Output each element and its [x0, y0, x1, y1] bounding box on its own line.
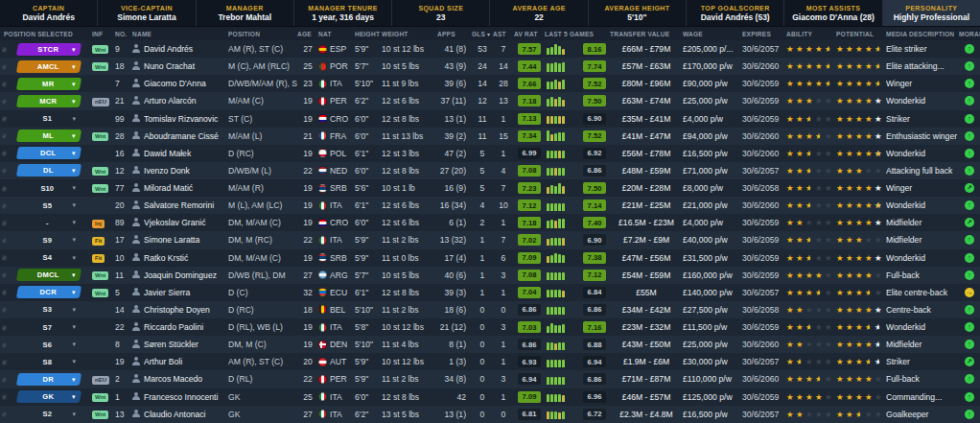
column-header-age[interactable]: AGE	[297, 31, 318, 37]
table-row[interactable]: ✓ S5▾ 20 Salvatore Remorini M (L), AM (L…	[0, 197, 980, 214]
player-name[interactable]: Aboudramane Cissé	[144, 131, 228, 141]
stat-value[interactable]: David Andrés	[22, 12, 74, 22]
player-name[interactable]: Giacomo D'Anna	[144, 79, 228, 88]
row-check-icon[interactable]: ✓	[2, 360, 7, 365]
table-row[interactable]: ✓ ML▾ Wnt 28 Aboudramane Cissé M/AM (L) …	[0, 128, 980, 145]
row-check-icon[interactable]: ✓	[2, 64, 7, 70]
column-header-potential[interactable]: POTENTIAL	[836, 31, 886, 37]
column-header-ability[interactable]: ABILITY	[786, 31, 836, 37]
player-name[interactable]: Marcos Macedo	[144, 374, 228, 384]
column-header-morale[interactable]: MORALE	[959, 31, 980, 37]
row-check-icon[interactable]: ✓	[2, 203, 7, 209]
position-selector[interactable]: S9▾	[17, 236, 81, 245]
player-name[interactable]: Arthur Boli	[144, 357, 228, 366]
column-header-media-description[interactable]: MEDIA DESCRIPTION	[886, 31, 959, 37]
position-selector[interactable]: S2▾	[17, 410, 81, 418]
stat-value[interactable]: Giacomo D'Anna (28)	[792, 12, 875, 22]
position-selector[interactable]: S1▾	[17, 114, 81, 123]
stat-value[interactable]: Simone Laratta	[117, 12, 175, 22]
column-header-wage[interactable]: WAGE	[683, 31, 742, 37]
row-check-icon[interactable]: ✓	[2, 186, 7, 192]
table-row[interactable]: ✓ S6▾ 8 Søren Stückler DM, M (C) 19 DEN …	[0, 336, 980, 353]
column-header-position[interactable]: POSITION	[228, 31, 297, 37]
table-row[interactable]: ✓ DL▾ Wnt 12 Ivenzo Donk D/WB/M (L) 22 N…	[0, 162, 980, 179]
position-selector[interactable]: AMCL▾	[16, 60, 82, 73]
column-header-weight[interactable]: WEIGHT	[382, 31, 437, 37]
column-header-name[interactable]: NAME	[132, 31, 228, 37]
row-check-icon[interactable]: ✓	[2, 168, 7, 174]
player-name[interactable]: Claudio Antonaci	[144, 410, 228, 419]
player-name[interactable]: Milorad Matić	[144, 183, 228, 193]
table-row[interactable]: ✓ DCR▾ Wnt 5 Javier Sierra D (C) 32 ECU …	[0, 284, 980, 301]
table-row[interactable]: ✓ S7▾ 22 Riccardo Paolini D (RL), WB (L)…	[0, 318, 980, 336]
position-selector[interactable]: MR▾	[16, 78, 82, 90]
row-check-icon[interactable]: ✓	[2, 307, 7, 313]
stat-value[interactable]: David Andrés (53)	[701, 12, 770, 22]
row-check-icon[interactable]: ✓	[2, 133, 7, 139]
column-header-transfer-value[interactable]: TRANSFER VALUE	[610, 31, 683, 37]
position-selector[interactable]: DCL▾	[16, 147, 82, 159]
row-check-icon[interactable]: ✓	[2, 394, 7, 400]
position-selector[interactable]: STCR▾	[16, 43, 82, 56]
table-row[interactable]: ✓ -▾ Inj 89 Vjekoslav Granić DM, M/AM (C…	[0, 214, 980, 231]
stat-value[interactable]: Trebor Mahtal	[218, 12, 271, 22]
table-row[interactable]: ✓ S1▾ 99 Tomislav Rizvanovic ST (C) 19 C…	[0, 110, 980, 128]
row-check-icon[interactable]: ✓	[2, 47, 7, 53]
table-row[interactable]: ✓ STCR▾ Wnt 9 David Andrés AM (R), ST (C…	[0, 40, 980, 58]
column-header-apps[interactable]: APPS	[437, 31, 472, 37]
column-header-inf[interactable]: INF	[92, 31, 115, 37]
column-header-nat[interactable]: NAT	[318, 31, 355, 37]
table-row[interactable]: ✓ S10▾ Wnt 77 Milorad Matić M/AM (R) 19 …	[0, 179, 980, 197]
position-selector[interactable]: ML▾	[16, 129, 82, 142]
column-header-position-selected[interactable]: POSITION SELECTED	[0, 31, 92, 37]
position-selector[interactable]: GK▾	[16, 390, 82, 403]
player-name[interactable]: Simone Laratta	[144, 235, 228, 245]
row-check-icon[interactable]: ✓	[2, 99, 7, 105]
table-row[interactable]: ✓ AMCL▾ Wnt 18 Nuno Crachat M (C), AM (R…	[0, 58, 980, 75]
player-name[interactable]: Javier Sierra	[144, 288, 228, 297]
player-name[interactable]: Salvatore Remorini	[144, 200, 228, 210]
player-name[interactable]: Vjekoslav Granić	[144, 218, 228, 227]
table-row[interactable]: ✓ S4▾ Fit 10 Ratko Krstić DM, M/AM (C) 1…	[0, 249, 980, 267]
table-row[interactable]: ✓ S3▾ 14 Christophe Doyen D (RC) 18 BEL …	[0, 301, 980, 318]
column-header-height[interactable]: HEIGHT	[355, 31, 382, 37]
row-check-icon[interactable]: ✓	[2, 342, 7, 348]
player-name[interactable]: Nuno Crachat	[144, 61, 228, 71]
position-selector[interactable]: S8▾	[17, 358, 81, 366]
position-selector[interactable]: S3▾	[17, 305, 81, 314]
position-selector[interactable]: S7▾	[17, 323, 81, 332]
row-check-icon[interactable]: ✓	[2, 221, 7, 226]
table-row[interactable]: ✓ S2▾ Wnt 13 Claudio Antonaci GK 27 ITA …	[0, 406, 980, 423]
row-check-icon[interactable]: ✓	[2, 272, 7, 278]
position-selector[interactable]: S5▾	[17, 201, 81, 210]
row-check-icon[interactable]: ✓	[2, 116, 7, 122]
table-row[interactable]: ✓ DMCL▾ Wnt 11 Joaquin Dominguez D/WB (R…	[0, 267, 980, 284]
column-header-no-[interactable]: NO.	[115, 31, 132, 37]
position-selector[interactable]: S4▾	[17, 253, 81, 262]
position-selector[interactable]: DR▾	[16, 373, 82, 386]
row-check-icon[interactable]: ✓	[2, 411, 7, 417]
row-check-icon[interactable]: ✓	[2, 151, 7, 156]
column-header-gls[interactable]: GLS ▾	[472, 31, 493, 37]
row-check-icon[interactable]: ✓	[2, 290, 7, 295]
player-name[interactable]: Joaquin Dominguez	[144, 270, 228, 280]
table-row[interactable]: ✓ MR▾ 7 Giacomo D'Anna D/WB/M/AM (R), ST…	[0, 75, 980, 92]
row-check-icon[interactable]: ✓	[2, 377, 7, 383]
position-selector[interactable]: -▾	[17, 219, 81, 227]
row-check-icon[interactable]: ✓	[2, 325, 7, 331]
row-check-icon[interactable]: ✓	[2, 82, 7, 87]
table-row[interactable]: ✓ MCR▾ nEU 21 Arturo Alarcón M/AM (C) 19…	[0, 92, 980, 109]
player-name[interactable]: Ratko Krstić	[144, 253, 228, 263]
table-row[interactable]: ✓ GK▾ Wnt 1 Francesco Innocenti GK 25 IT…	[0, 388, 980, 406]
position-selector[interactable]: S6▾	[17, 341, 81, 349]
position-selector[interactable]: MCR▾	[16, 95, 82, 107]
player-name[interactable]: Dawid Małek	[144, 149, 228, 158]
player-name[interactable]: Søren Stückler	[144, 340, 228, 349]
player-name[interactable]: Tomislav Rizvanovic	[144, 114, 228, 124]
player-name[interactable]: Ivenzo Donk	[144, 166, 228, 176]
column-header-expires[interactable]: EXPIRES	[742, 31, 786, 37]
player-name[interactable]: David Andrés	[144, 44, 228, 54]
table-row[interactable]: ✓ DR▾ nEU 2 Marcos Macedo D (RL) 22 PER …	[0, 370, 980, 388]
table-row[interactable]: ✓ DCL▾ 16 Dawid Małek D (RC) 19 POL 6'1"…	[0, 145, 980, 162]
column-header-last-5-games[interactable]: LAST 5 GAMES	[545, 31, 610, 37]
